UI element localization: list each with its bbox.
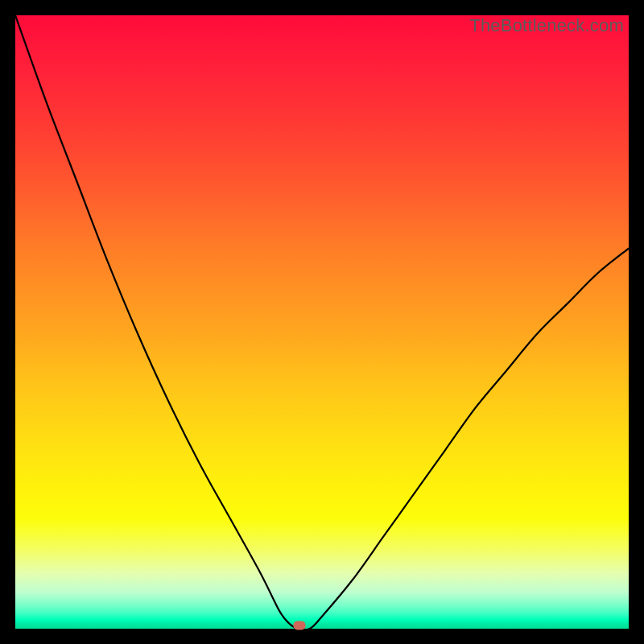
- chart-frame: TheBottleneck.com: [0, 0, 644, 644]
- bottleneck-curve: [15, 15, 629, 629]
- min-marker: [293, 621, 305, 630]
- watermark-text: TheBottleneck.com: [469, 15, 624, 36]
- plot-area: TheBottleneck.com: [15, 15, 629, 629]
